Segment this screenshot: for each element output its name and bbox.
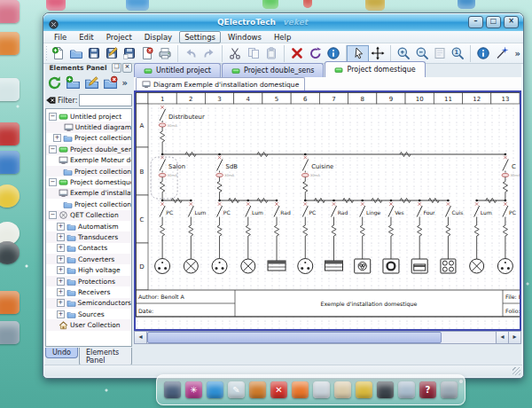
undo[interactable]: [177, 45, 200, 62]
menu-item-edit[interactable]: Edit: [74, 31, 98, 43]
schematic-viewport[interactable]: 30mADistributeur30mASalon30mASdB30mACuis…: [134, 90, 521, 331]
desktop-top-icon-4[interactable]: [303, 0, 312, 8]
tree-item-project-collection[interactable]: + Project collection: [46, 133, 131, 144]
tree-expander[interactable]: +: [57, 255, 65, 263]
tree-item-contacts[interactable]: + Contacts: [46, 243, 131, 254]
tree-item-high-voltage[interactable]: + High voltage: [46, 264, 131, 275]
desktop-icon-2[interactable]: [0, 32, 20, 55]
project-tab-project-domestique[interactable]: Project domestique: [325, 61, 425, 77]
panel-close-button[interactable]: ×: [122, 63, 132, 73]
tree-expander[interactable]: +: [57, 266, 65, 274]
project-tab-project-double-sens[interactable]: Project double_sens: [222, 63, 325, 77]
tree-expander[interactable]: +: [57, 310, 65, 318]
save-all[interactable]: [121, 45, 138, 62]
tree-expander[interactable]: +: [53, 134, 61, 142]
open[interactable]: [68, 45, 85, 62]
tree-item-exemple-moteur-double[interactable]: Exemple Moteur double…: [46, 155, 131, 166]
copy[interactable]: [246, 45, 262, 62]
tree-item-automatism[interactable]: + Automatism: [46, 221, 131, 231]
tree-expander[interactable]: −: [49, 211, 57, 219]
print[interactable]: [157, 45, 174, 62]
redo[interactable]: [201, 45, 218, 62]
dock-draw-icon[interactable]: ✎: [228, 381, 245, 398]
tree-item-transducers[interactable]: + Transducers: [46, 231, 131, 242]
tree-expander[interactable]: +: [57, 278, 65, 286]
schematic-canvas[interactable]: 30mADistributeur30mASalon30mASdB30mACuis…: [136, 92, 520, 330]
desktop-icon-6[interactable]: [0, 184, 20, 208]
menu-item-display[interactable]: Display: [139, 31, 177, 43]
tree-expander[interactable]: +: [57, 233, 65, 241]
dock-package-icon[interactable]: ✳: [185, 381, 202, 398]
new-document[interactable]: [51, 45, 67, 62]
panel-tab-undo[interactable]: Undo: [45, 348, 78, 358]
dock-close-icon[interactable]: ✕: [270, 381, 287, 398]
tree-expander[interactable]: −: [49, 178, 57, 186]
filter-input[interactable]: [79, 94, 132, 106]
toolbar-overflow-button[interactable]: »: [515, 49, 520, 59]
tree-expander[interactable]: −: [49, 145, 57, 153]
reload-collections[interactable]: [47, 75, 62, 90]
toolbar-grip[interactable]: [46, 46, 47, 60]
diagram-info[interactable]: [470, 45, 493, 62]
desktop-top-icon-6[interactable]: [458, 0, 475, 9]
scroll-left-button[interactable]: ◂: [135, 332, 147, 343]
menu-item-help[interactable]: Help: [269, 31, 296, 43]
panel-tab-elements-panel[interactable]: Elements Panel: [79, 348, 132, 366]
desktop-top-icon-3[interactable]: [262, 0, 278, 9]
tree-item-receivers[interactable]: + Receivers: [46, 286, 131, 297]
tree-item-untitled-diagram[interactable]: Untitled diagram: [46, 122, 131, 132]
scrollbar-thumb[interactable]: [147, 332, 442, 343]
tree-item-user-collection[interactable]: User Collection: [46, 319, 131, 330]
delete-category[interactable]: [103, 75, 118, 90]
edit-category[interactable]: [84, 75, 99, 90]
close-button[interactable]: ×: [504, 16, 519, 28]
menu-item-file[interactable]: File: [49, 31, 72, 43]
project-tab-untitled-project[interactable]: Untitled project: [134, 63, 221, 77]
dock-photo-icon[interactable]: [356, 381, 372, 398]
resize-grip[interactable]: [512, 367, 520, 375]
dock-chat-icon[interactable]: [292, 381, 309, 398]
dock-help-icon[interactable]: ?: [419, 381, 436, 398]
tree-item-project-collection[interactable]: Project collection: [46, 166, 131, 177]
desktop-top-icon-5[interactable]: [365, 0, 385, 11]
elements-panel-header[interactable]: Elements Panel ❏ ×: [45, 62, 132, 74]
menu-item-project[interactable]: Project: [101, 31, 137, 43]
minimize-button[interactable]: –: [468, 16, 483, 28]
new-category[interactable]: [66, 75, 81, 90]
title-bar[interactable]: QElectroTech veket – □ ×: [43, 13, 523, 31]
tree-expander[interactable]: +: [57, 288, 65, 296]
zoom-fit[interactable]: [432, 45, 449, 62]
delete[interactable]: [284, 45, 307, 62]
dock-player-icon[interactable]: [377, 381, 394, 398]
tree-item-project-collection[interactable]: Project collection: [46, 199, 131, 209]
desktop-icon-9[interactable]: [0, 291, 20, 314]
tree-expander[interactable]: +: [57, 223, 65, 231]
dock-notes-icon[interactable]: [334, 381, 351, 398]
properties[interactable]: [325, 45, 342, 62]
tree-item-exemple-d-installatio[interactable]: Exemple d'installatio…: [46, 188, 131, 199]
tree-item-qet-collection[interactable]: − QET Collection: [46, 210, 131, 221]
menu-item-windows[interactable]: Windows: [223, 31, 267, 43]
pan-mode[interactable]: [370, 45, 387, 62]
rotate[interactable]: [308, 45, 325, 62]
panel-float-button[interactable]: ❏: [112, 63, 121, 73]
desktop-top-icon-1[interactable]: [46, 0, 66, 11]
tree-item-sources[interactable]: + Sources: [46, 309, 131, 319]
zoom-in[interactable]: [390, 45, 413, 62]
cut[interactable]: [222, 45, 245, 62]
desktop-icon-3[interactable]: [0, 78, 20, 101]
paste[interactable]: [263, 45, 280, 62]
dock-blue-orb-icon[interactable]: [207, 381, 223, 398]
select-mode[interactable]: [346, 45, 369, 62]
tree-item-project-double-sens[interactable]: − Project double_sens: [46, 144, 131, 154]
scroll-right-button[interactable]: ▸: [508, 332, 520, 343]
zoom-reset[interactable]: 1: [450, 45, 466, 62]
desktop-icon-5[interactable]: [0, 151, 20, 174]
add-conductor[interactable]: [494, 45, 511, 62]
dock-cabinet-icon[interactable]: [164, 381, 181, 398]
tree-expander[interactable]: −: [49, 113, 57, 121]
desktop-icon-4[interactable]: [0, 122, 20, 145]
tree-item-semiconductors[interactable]: + Semiconductors: [46, 298, 131, 309]
dock-camera-icon[interactable]: [441, 381, 458, 398]
tree-item-project-domestique[interactable]: − Project domestique: [46, 177, 131, 187]
